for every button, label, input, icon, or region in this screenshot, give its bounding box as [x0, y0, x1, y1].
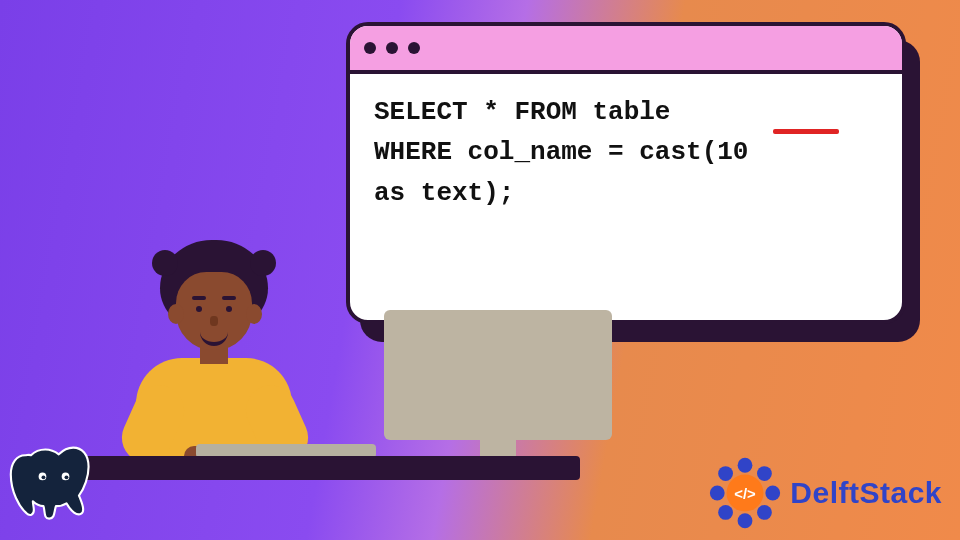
- delftstack-badge-icon: </>: [708, 456, 782, 530]
- svg-point-11: [718, 466, 733, 481]
- svg-text:</>: </>: [735, 486, 757, 502]
- svg-point-5: [757, 466, 772, 481]
- svg-point-4: [738, 458, 753, 473]
- code-line: WHERE col_name = cast(10: [374, 137, 748, 167]
- postgresql-elephant-icon: [6, 438, 102, 534]
- monitor-body: [384, 310, 612, 440]
- svg-point-7: [757, 505, 772, 520]
- delftstack-label: DelftStack: [790, 476, 942, 510]
- person-eyebrow: [192, 296, 206, 300]
- window-body: SELECT * FROM table WHERE col_name = cas…: [346, 22, 906, 324]
- person-ear: [246, 304, 262, 324]
- code-block: SELECT * FROM table WHERE col_name = cas…: [350, 74, 902, 213]
- person-eye: [226, 306, 232, 312]
- code-line: as text);: [374, 178, 514, 208]
- svg-point-10: [710, 486, 725, 501]
- code-window: SELECT * FROM table WHERE col_name = cas…: [346, 22, 906, 324]
- svg-point-3: [65, 475, 69, 479]
- person-eye: [196, 306, 202, 312]
- window-titlebar: [350, 26, 902, 74]
- person-ear: [168, 304, 184, 324]
- person-illustration: [88, 234, 318, 474]
- traffic-dot-icon: [364, 42, 376, 54]
- hero-illustration: SELECT * FROM table WHERE col_name = cas…: [0, 0, 960, 540]
- person-nose: [210, 316, 218, 326]
- traffic-dot-icon: [386, 42, 398, 54]
- desk: [60, 456, 580, 480]
- traffic-dot-icon: [408, 42, 420, 54]
- svg-point-6: [766, 486, 781, 501]
- delftstack-logo: </> DelftStack: [708, 456, 942, 530]
- svg-point-9: [718, 505, 733, 520]
- svg-point-2: [42, 475, 46, 479]
- underline-highlight: [773, 129, 839, 134]
- code-line: SELECT * FROM table: [374, 97, 670, 127]
- person-eyebrow: [222, 296, 236, 300]
- svg-point-8: [738, 513, 753, 528]
